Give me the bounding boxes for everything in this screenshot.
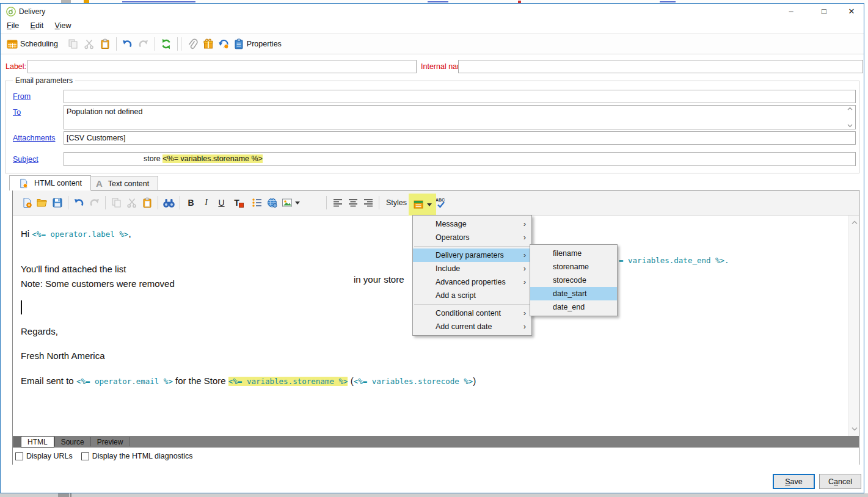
submenu-item-storename[interactable]: storename	[530, 260, 617, 274]
from-link[interactable]: From	[13, 92, 31, 101]
refresh-button[interactable]	[158, 35, 174, 53]
properties-button[interactable]: Properties	[232, 35, 283, 53]
attachment-text-b: in your store	[354, 274, 404, 285]
submenu-item-date-start[interactable]: date_start	[530, 287, 617, 300]
menu-file[interactable]: File	[2, 20, 23, 32]
offers-gift-button[interactable]	[200, 35, 216, 53]
display-diagnostics-checkbox[interactable]	[81, 452, 89, 460]
save-button[interactable]: Save	[773, 474, 815, 489]
cancel-button[interactable]: Cancel	[819, 474, 861, 489]
subject-input[interactable]: store <%= variables.storename %>	[64, 152, 856, 166]
menu-item-add-current-date[interactable]: Add current date›	[413, 320, 531, 333]
minimize-button[interactable]: –	[782, 5, 800, 18]
to-link[interactable]: To	[13, 108, 21, 117]
mode-tab-source[interactable]: Source	[55, 436, 90, 448]
personalization-dropdown-arrow-icon	[427, 203, 432, 206]
menu-item-conditional-content[interactable]: Conditional content›	[413, 307, 531, 320]
underline-button[interactable]: U	[214, 194, 229, 211]
paste-button[interactable]	[97, 35, 113, 53]
subject-link[interactable]: Subject	[13, 155, 38, 164]
maximize-button[interactable]: □	[815, 5, 833, 18]
editor-vertical-scrollbar[interactable]	[848, 216, 859, 436]
mode-tab-html[interactable]: HTML	[21, 436, 54, 448]
tab-html-content[interactable]: HTML content	[9, 175, 91, 190]
attachment-text-a: You'll find attached the list	[21, 264, 126, 274]
menu-item-label: Operators	[436, 233, 470, 242]
scissors-icon	[84, 38, 95, 49]
menu-item-label: Message	[436, 220, 467, 228]
menu-item-include[interactable]: Include›	[413, 262, 531, 275]
calendar-icon	[7, 38, 18, 49]
display-urls-checkbox[interactable]	[15, 452, 23, 460]
editor-paste-button[interactable]	[139, 194, 155, 211]
cut-button[interactable]	[81, 35, 97, 53]
attachments-link[interactable]: Attachments	[13, 134, 55, 142]
menu-item-message[interactable]: Message›	[413, 217, 531, 231]
display-diagnostics-option[interactable]: Display the HTML diagnostics	[81, 452, 193, 460]
tab-text-content[interactable]: A Text content	[87, 176, 158, 190]
menu-item-delivery-parameters[interactable]: Delivery parameters›	[413, 248, 531, 262]
undo-button[interactable]	[120, 35, 136, 53]
copy-button[interactable]	[65, 35, 81, 53]
background-fragment	[660, 1, 676, 2]
save-content-button[interactable]	[49, 194, 65, 211]
font-color-button[interactable]: T	[229, 194, 244, 211]
image-icon	[282, 197, 293, 208]
open-button[interactable]	[34, 194, 49, 211]
from-input[interactable]	[64, 90, 856, 103]
display-urls-option[interactable]: Display URLs	[15, 452, 73, 460]
submenu-item-storecode[interactable]: storecode	[530, 274, 617, 287]
cancel-label-accel: a	[834, 477, 838, 486]
html-content-icon	[18, 178, 29, 189]
hyperlink-button[interactable]	[264, 194, 280, 211]
attachments-button[interactable]	[184, 35, 200, 53]
storecode-code: <%= variables.storecode %>	[354, 377, 473, 386]
subject-prefix: store	[144, 154, 162, 163]
close-button[interactable]: ✕	[842, 5, 861, 18]
edit-content-button[interactable]	[19, 194, 34, 211]
personalization-field-button[interactable]	[409, 194, 436, 216]
display-urls-label: Display URLs	[26, 452, 73, 460]
restart-button[interactable]	[216, 35, 232, 53]
menu-item-advanced-properties[interactable]: Advanced properties›	[413, 275, 531, 289]
insert-image-button[interactable]	[280, 194, 302, 211]
menu-edit[interactable]: Edit	[26, 20, 48, 32]
align-right-button[interactable]	[360, 194, 376, 211]
undo-icon	[122, 38, 133, 49]
scroll-up-icon[interactable]	[852, 220, 858, 225]
editor-copy-button[interactable]	[109, 194, 124, 211]
bold-button[interactable]: B	[183, 194, 199, 211]
internal-name-input[interactable]	[458, 60, 863, 73]
scheduling-button[interactable]: Scheduling	[5, 35, 59, 53]
submenu-item-filename[interactable]: filename	[530, 247, 617, 260]
align-center-button[interactable]	[345, 194, 360, 211]
menu-item-operators[interactable]: Operators›	[413, 231, 531, 244]
mode-tab-preview[interactable]: Preview	[91, 436, 129, 448]
to-scroll-arrows[interactable]	[845, 107, 854, 128]
styles-label: Styles	[386, 198, 407, 207]
scheduling-label: Scheduling	[20, 40, 58, 48]
submenu-item-date-end[interactable]: date_end	[530, 300, 617, 314]
menu-view[interactable]: View	[51, 20, 76, 32]
label-input[interactable]	[27, 60, 417, 73]
page-new-icon	[21, 197, 32, 208]
editor-redo-button[interactable]	[87, 194, 102, 211]
submenu-arrow-icon: ›	[523, 248, 526, 262]
editor-undo-button[interactable]	[71, 194, 87, 211]
to-input[interactable]: Population not defined	[64, 105, 856, 129]
underline-label: U	[214, 198, 228, 208]
find-button[interactable]	[161, 194, 177, 211]
menu-item-add-a-script[interactable]: Add a script	[413, 289, 531, 302]
submenu-arrow-icon: ›	[523, 231, 526, 244]
redo-button[interactable]	[136, 35, 151, 53]
editor-cut-button[interactable]	[124, 194, 139, 211]
redo-icon	[137, 38, 149, 49]
scissors-icon	[126, 197, 137, 208]
bullet-list-button[interactable]	[249, 194, 264, 211]
editor-line-signature: Fresh North America	[21, 350, 105, 361]
tab-text-content-label: Text content	[108, 180, 149, 188]
align-left-button[interactable]	[330, 194, 345, 211]
scroll-down-icon[interactable]	[852, 427, 858, 431]
attachments-input[interactable]: [CSV Customers]	[64, 131, 856, 145]
italic-button[interactable]: I	[199, 194, 214, 211]
